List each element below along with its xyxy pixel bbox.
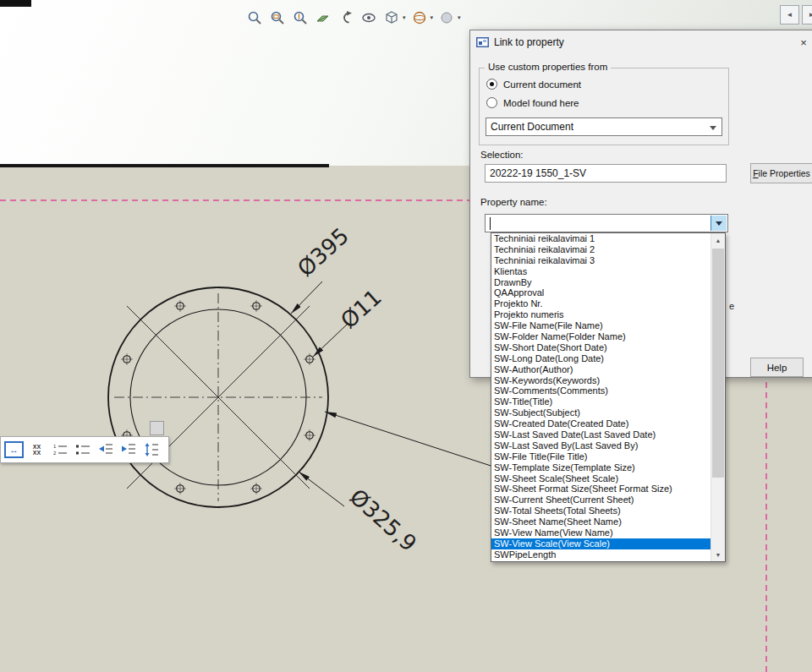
view-orientation-caret-icon[interactable]: ▾: [431, 14, 434, 21]
bolt-hole[interactable]: [250, 483, 262, 494]
dropdown-item[interactable]: Techniniai reikalavimai 3: [491, 255, 710, 266]
file-properties-rest: ile Properties: [759, 168, 810, 178]
scroll-up-icon[interactable]: ▲: [711, 233, 725, 247]
dropdown-item[interactable]: Techniniai reikalavimai 2: [491, 244, 710, 255]
radio-current-document-control[interactable]: [486, 79, 497, 90]
help-button[interactable]: Help: [750, 358, 804, 377]
bolt-hole[interactable]: [121, 353, 133, 365]
help-label: Help: [767, 363, 787, 373]
dropdown-item[interactable]: SW-Long Date(Long Date): [491, 353, 710, 364]
dropdown-item[interactable]: SWPipeLength: [491, 549, 710, 560]
custom-properties-groupbox: Use custom properties from Current docum…: [479, 68, 729, 145]
ordered-list-button[interactable]: 12: [49, 440, 70, 461]
chevron-down-icon[interactable]: [710, 126, 716, 130]
svg-text:1: 1: [53, 444, 57, 449]
selection-field[interactable]: 20222-19 1550_1-SV: [485, 164, 727, 183]
bolt-hole[interactable]: [174, 483, 186, 494]
dropdown-item[interactable]: SW-Short Date(Short Date): [491, 342, 710, 353]
indent-decrease-button[interactable]: [95, 440, 116, 461]
dropdown-item[interactable]: SW-Sheet Scale(Sheet Scale): [491, 473, 710, 484]
dropdown-item[interactable]: SW-Current Sheet(Current Sheet): [491, 494, 710, 505]
app-window: ▾ ▾ ▾ ◄ ►: [0, 0, 812, 672]
close-icon[interactable]: ×: [793, 34, 812, 51]
property-name-combobox[interactable]: [485, 214, 728, 232]
dropdown-item[interactable]: SW-Sheet Format Size(Sheet Format Size): [491, 484, 710, 494]
dropdown-item[interactable]: SW-File Title(File Title): [491, 451, 710, 462]
line-spacing-button[interactable]: [140, 440, 162, 461]
dropdown-item[interactable]: SW-Created Date(Created Date): [491, 418, 710, 429]
dropdown-item[interactable]: SW-Keywords(Keywords): [491, 375, 710, 386]
dimension-label-395[interactable]: Ø395: [293, 223, 354, 281]
bullet-list-button[interactable]: [72, 440, 93, 461]
radio-model-found-here[interactable]: Model found here: [486, 97, 579, 108]
previous-view-icon[interactable]: [337, 8, 355, 27]
dimension-text-button[interactable]: XX XX: [26, 440, 47, 461]
dropdown-item[interactable]: DrawnBy: [491, 277, 710, 288]
property-source-combobox[interactable]: Current Document: [486, 117, 722, 136]
dropdown-item[interactable]: Projekto Nr.: [491, 298, 710, 309]
dropdown-item[interactable]: SW-Author(Author): [491, 364, 710, 375]
dropdown-item[interactable]: SW-Title(Title): [491, 396, 710, 407]
dropdown-item[interactable]: SW-File Name(File Name): [491, 320, 710, 331]
dialog-titlebar[interactable]: Link to property: [470, 30, 812, 54]
edit-appearance-icon[interactable]: [437, 8, 456, 27]
radio-model-found-here-control[interactable]: [486, 97, 497, 108]
next-pane-icon: ►: [809, 11, 812, 19]
property-name-dropdown-list: Techniniai reikalavimai 1Techniniai reik…: [491, 232, 726, 562]
hide-show-items-icon[interactable]: [359, 8, 378, 27]
bolt-hole[interactable]: [304, 353, 315, 365]
dropdown-item[interactable]: SW-Subject(Subject): [491, 407, 710, 418]
heads-up-toolbar: ▾ ▾ ▾: [245, 7, 461, 29]
leader-dia-325: [299, 472, 344, 506]
file-properties-button[interactable]: File Properties: [750, 163, 812, 183]
indent-decrease-icon: [97, 441, 114, 458]
obscured-label-fragment: e: [729, 301, 734, 311]
bullet-list-icon: [74, 441, 91, 458]
previous-pane-button[interactable]: ◄: [780, 5, 799, 25]
dropdown-item[interactable]: Klientas: [491, 266, 710, 277]
dropdown-item[interactable]: SW-Sheet Name(Sheet Name): [491, 516, 710, 527]
display-style-icon[interactable]: [382, 8, 401, 27]
dimension-text-icon: XX XX: [33, 444, 41, 456]
selection-value: 20222-19 1550_1-SV: [490, 167, 586, 179]
dropdown-item[interactable]: SW-Last Saved By(Last Saved By): [491, 440, 710, 451]
link-dimension-button[interactable]: ↔: [3, 440, 25, 461]
next-pane-button[interactable]: ►: [802, 5, 812, 25]
dropdown-item[interactable]: SW-Total Sheets(Total Sheets): [491, 505, 710, 516]
dropdown-item[interactable]: Projekto numeris: [491, 309, 710, 320]
dropdown-item[interactable]: SW-Last Saved Date(Last Saved Date): [491, 429, 710, 440]
link-dimension-icon: ↔: [4, 441, 24, 458]
ordered-list-icon: 12: [52, 441, 69, 458]
indent-increase-icon: [120, 441, 137, 458]
bolt-hole[interactable]: [174, 300, 186, 312]
format-toolbar: ↔ XX XX 12: [0, 436, 169, 463]
dropdown-item[interactable]: SW-Template Size(Template Size): [491, 462, 710, 473]
bolt-hole[interactable]: [304, 429, 315, 441]
radio-current-document[interactable]: Current document: [486, 79, 581, 90]
bolt-hole[interactable]: [250, 300, 262, 312]
link-property-dialog-icon: [476, 37, 489, 47]
chevron-down-icon: [716, 221, 722, 226]
format-toolbar-handle[interactable]: [150, 421, 164, 435]
property-name-dropdown-button[interactable]: [710, 216, 727, 231]
dropdown-item[interactable]: Techniniai reikalavimai 1: [491, 233, 710, 244]
section-view-icon[interactable]: [314, 8, 332, 27]
view-orientation-icon[interactable]: [410, 8, 429, 27]
dialog-title: Link to property: [494, 36, 564, 48]
display-style-caret-icon[interactable]: ▾: [403, 14, 406, 21]
dropdown-item[interactable]: SW-Comments(Comments): [491, 385, 710, 396]
dimension-label-325[interactable]: Ø325,9: [345, 484, 422, 556]
scroll-down-icon[interactable]: ▼: [711, 548, 725, 561]
edit-appearance-caret-icon[interactable]: ▾: [458, 14, 461, 21]
dropdown-item[interactable]: SW-View Scale(View Scale): [491, 538, 710, 549]
dropdown-scrollbar[interactable]: ▲ ▼: [710, 233, 725, 561]
zoom-in-out-icon[interactable]: [291, 8, 310, 27]
indent-increase-button[interactable]: [118, 440, 139, 461]
zoom-to-area-icon[interactable]: [268, 8, 287, 27]
dropdown-item[interactable]: QAApproval: [491, 287, 710, 298]
zoom-to-fit-icon[interactable]: [245, 8, 264, 27]
scrollbar-thumb[interactable]: [712, 249, 724, 478]
dimension-label-11[interactable]: Ø11: [336, 284, 387, 333]
dropdown-item[interactable]: SW-View Name(View Name): [491, 527, 710, 538]
dropdown-item[interactable]: SW-Folder Name(Folder Name): [491, 331, 710, 342]
